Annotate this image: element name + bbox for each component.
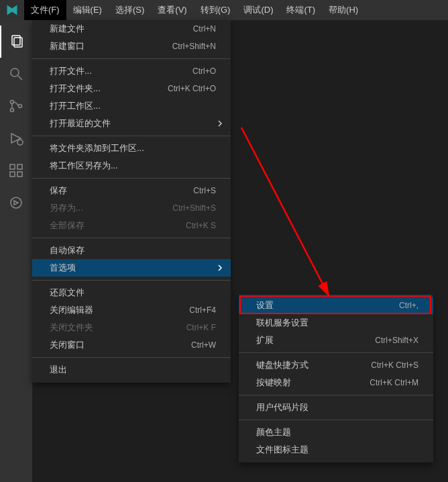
submenu-file-icon-theme[interactable]: 文件图标主题	[239, 441, 433, 459]
menu-close-folder: 关闭文件夹Ctrl+K F	[32, 319, 231, 336]
label: 将文件夹添加到工作区...	[50, 142, 144, 154]
activity-bar	[0, 20, 32, 482]
shortcut: Ctrl+K F	[186, 323, 216, 332]
menu-save-workspace-as[interactable]: 将工作区另存为...	[32, 157, 231, 175]
submenu-keymaps[interactable]: 按键映射Ctrl+K Ctrl+M	[239, 374, 433, 391]
separator	[32, 280, 231, 281]
menu-help[interactable]: 帮助(H)	[322, 0, 365, 20]
shortcut: Ctrl+,	[399, 301, 418, 310]
label: 保存	[50, 185, 67, 197]
submenu-user-snippets[interactable]: 用户代码片段	[239, 399, 433, 416]
separator	[239, 352, 433, 353]
file-dropdown: 新建文件Ctrl+N 新建窗口Ctrl+Shift+N 打开文件...Ctrl+…	[32, 20, 231, 383]
label: 按键映射	[256, 377, 291, 389]
submenu-settings[interactable]: 设置Ctrl+,	[239, 297, 433, 314]
titlebar: 文件(F) 编辑(E) 选择(S) 查看(V) 转到(G) 调试(D) 终端(T…	[0, 0, 448, 20]
menu-open-folder[interactable]: 打开文件夹...Ctrl+K Ctrl+O	[32, 80, 231, 97]
menu-file[interactable]: 文件(F)	[24, 0, 66, 20]
submenu-keyboard-shortcuts[interactable]: 键盘快捷方式Ctrl+K Ctrl+S	[239, 356, 433, 374]
separator	[32, 178, 231, 179]
menu-auto-save[interactable]: 自动保存	[32, 242, 231, 259]
submenu-extensions[interactable]: 扩展Ctrl+Shift+X	[239, 332, 433, 349]
label: 全部保存	[50, 220, 85, 232]
label: 文件图标主题	[256, 444, 309, 456]
label: 另存为...	[50, 202, 83, 214]
svg-point-5	[11, 109, 14, 112]
menu-view[interactable]: 查看(V)	[151, 0, 193, 20]
shortcut: Ctrl+O	[192, 66, 216, 76]
label: 打开工作区...	[50, 100, 101, 112]
label: 关闭文件夹	[50, 322, 93, 334]
label: 键盘快捷方式	[256, 359, 309, 371]
svg-point-4	[11, 101, 14, 104]
svg-rect-10	[17, 172, 22, 177]
separator	[32, 136, 231, 136]
label: 关闭窗口	[50, 339, 85, 351]
svg-rect-8	[10, 164, 15, 169]
label: 将工作区另存为...	[50, 160, 118, 172]
separator	[32, 357, 231, 358]
remote-icon[interactable]	[0, 187, 32, 219]
separator	[32, 58, 231, 59]
menu-close-window[interactable]: 关闭窗口Ctrl+W	[32, 336, 231, 354]
label: 新建窗口	[50, 40, 85, 52]
menu-debug[interactable]: 调试(D)	[237, 0, 280, 20]
menu-revert-file[interactable]: 还原文件	[32, 284, 231, 301]
shortcut: Ctrl+K S	[186, 221, 216, 230]
extensions-icon[interactable]	[0, 154, 32, 187]
shortcut: Ctrl+W	[191, 340, 216, 350]
label: 首选项	[50, 262, 76, 274]
menu-go[interactable]: 转到(G)	[194, 0, 237, 20]
shortcut: Ctrl+N	[193, 24, 216, 34]
label: 还原文件	[50, 287, 85, 299]
menu-open-file[interactable]: 打开文件...Ctrl+O	[32, 62, 231, 80]
app-logo-icon	[5, 3, 19, 17]
label: 打开文件夹...	[50, 83, 101, 95]
menu-edit[interactable]: 编辑(E)	[66, 0, 109, 20]
submenu-online-settings[interactable]: 联机服务设置	[239, 314, 433, 332]
source-control-icon[interactable]	[0, 90, 32, 122]
shortcut: Ctrl+Shift+X	[375, 336, 418, 345]
label: 打开最近的文件	[50, 117, 111, 130]
menu-preferences[interactable]: 首选项	[32, 259, 231, 277]
label: 设置	[256, 299, 274, 311]
label: 用户代码片段	[256, 401, 309, 414]
svg-rect-11	[17, 164, 22, 169]
menu-open-workspace[interactable]: 打开工作区...	[32, 97, 231, 115]
chevron-right-icon	[216, 119, 224, 128]
menu-save-as: 另存为...Ctrl+Shift+S	[32, 199, 231, 217]
menu-open-recent[interactable]: 打开最近的文件	[32, 115, 231, 132]
menu-new-file[interactable]: 新建文件Ctrl+N	[32, 20, 231, 38]
svg-rect-9	[10, 172, 15, 177]
svg-point-2	[11, 68, 19, 77]
menu-close-editor[interactable]: 关闭编辑器Ctrl+F4	[32, 301, 231, 319]
label: 退出	[50, 364, 67, 376]
shortcut: Ctrl+Shift+S	[172, 203, 216, 213]
menu-terminal[interactable]: 终端(T)	[280, 0, 322, 20]
submenu-color-theme[interactable]: 颜色主题	[239, 424, 433, 441]
svg-point-6	[19, 105, 22, 108]
shortcut: Ctrl+K Ctrl+S	[371, 360, 418, 370]
explorer-icon[interactable]	[0, 26, 32, 58]
chevron-right-icon	[216, 264, 224, 272]
menu-exit[interactable]: 退出	[32, 361, 231, 379]
svg-line-3	[18, 76, 22, 80]
label: 颜色主题	[256, 426, 291, 438]
svg-point-7	[17, 140, 23, 145]
menu-add-folder[interactable]: 将文件夹添加到工作区...	[32, 140, 231, 157]
debug-icon[interactable]	[0, 122, 32, 154]
separator	[239, 420, 433, 420]
menu-selection[interactable]: 选择(S)	[109, 0, 151, 20]
label: 自动保存	[50, 244, 85, 256]
label: 关闭编辑器	[50, 304, 93, 316]
shortcut: Ctrl+Shift+N	[172, 42, 216, 51]
menu-new-window[interactable]: 新建窗口Ctrl+Shift+N	[32, 38, 231, 55]
svg-point-12	[11, 197, 21, 208]
shortcut: Ctrl+K Ctrl+O	[168, 84, 216, 93]
label: 打开文件...	[50, 65, 92, 77]
search-icon[interactable]	[0, 58, 32, 90]
svg-rect-1	[14, 38, 22, 47]
menu-save[interactable]: 保存Ctrl+S	[32, 182, 231, 199]
menu-save-all: 全部保存Ctrl+K S	[32, 217, 231, 234]
shortcut: Ctrl+K Ctrl+M	[370, 378, 418, 387]
